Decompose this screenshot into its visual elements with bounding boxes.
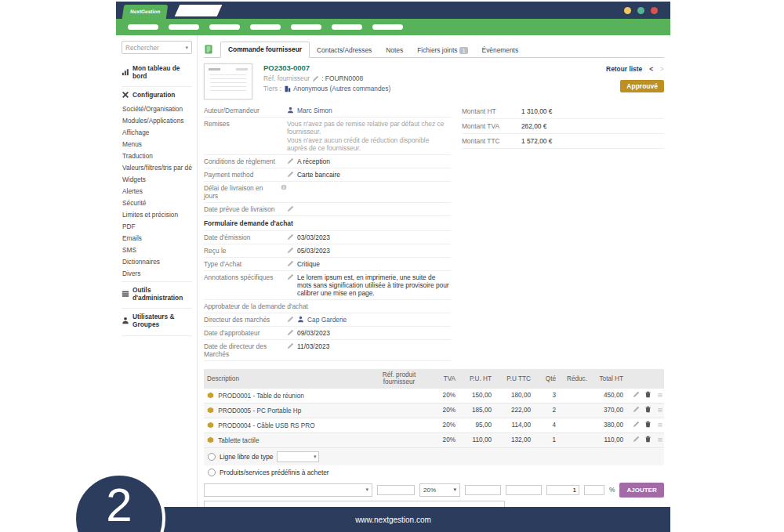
product-link[interactable]: PROD0004 - Câble USB RS PRO <box>218 422 314 429</box>
menu-item-redacted[interactable] <box>332 24 362 30</box>
field-label: Délai de livraison en jours <box>204 184 278 200</box>
tab-label: Notes <box>386 46 403 54</box>
col-description: Description <box>204 369 371 389</box>
edit-pencil-icon[interactable] <box>287 157 294 165</box>
wrench-icon <box>122 91 129 99</box>
predefined-radio[interactable] <box>208 469 216 476</box>
qty-input[interactable] <box>546 485 579 495</box>
cell-pu-ttc: 132,00 <box>495 432 534 447</box>
payment-terms-value: A réception <box>297 157 330 165</box>
sidebar-item[interactable]: Sécurité <box>122 197 192 208</box>
search-placeholder: Rechercher <box>125 44 159 52</box>
drag-handle-icon[interactable] <box>657 436 663 443</box>
main-panel: Commande fournisseur Contacts/Adresses N… <box>198 35 670 507</box>
sidebar-item[interactable]: Dictionnaires <box>122 255 192 267</box>
menu-item-redacted[interactable] <box>169 24 199 30</box>
pu-ttc-input[interactable] <box>506 485 542 495</box>
edit-pencil-icon[interactable] <box>287 171 294 178</box>
tab-commande-fournisseur[interactable]: Commande fournisseur <box>220 42 310 58</box>
free-line-radio[interactable] <box>208 453 216 461</box>
sidebar-item[interactable]: Traduction <box>122 150 192 161</box>
trash-icon[interactable] <box>644 421 652 428</box>
sidebar-item[interactable]: Affichage <box>122 126 192 138</box>
edit-pencil-icon[interactable] <box>287 260 294 267</box>
edit-pencil-icon[interactable] <box>287 316 294 323</box>
edit-pencil-icon[interactable] <box>633 391 640 398</box>
edit-pencil-icon[interactable] <box>287 329 294 336</box>
document-thumbnail[interactable] <box>204 63 252 100</box>
edit-pencil-icon[interactable] <box>287 247 294 254</box>
supplier-ref-input[interactable] <box>377 485 415 495</box>
prev-record-icon[interactable]: < <box>649 65 653 73</box>
sidebar-item[interactable]: Emails <box>122 232 192 244</box>
col-pu-ht: P.U. HT <box>459 369 495 389</box>
sidebar-item[interactable]: Modules/Applications <box>122 114 192 126</box>
drag-handle-icon[interactable] <box>657 407 663 413</box>
trash-icon[interactable] <box>644 391 652 398</box>
edit-pencil-icon[interactable] <box>633 406 640 413</box>
supplier-ref-label: Réf. fournisseur <box>263 74 310 82</box>
amount-row: Montant TVA 262,00 € <box>462 119 664 134</box>
director-link[interactable]: Cap Garderie <box>307 316 347 324</box>
product-link[interactable]: PROD0005 - PC Portable Hp <box>218 407 301 414</box>
sidebar-item-admin-tools[interactable]: Outils d'administration <box>122 281 192 306</box>
product-link[interactable]: PROD0001 - Table de réunion <box>218 393 304 400</box>
sidebar-item[interactable]: Alertes <box>122 185 192 197</box>
sidebar-item[interactable]: Limites et précision <box>122 208 192 220</box>
field-label: Payment method <box>204 171 287 179</box>
next-record-icon[interactable]: > <box>660 65 664 73</box>
tab-evenements[interactable]: Évènements <box>475 43 526 58</box>
sidebar-item[interactable]: Valeurs/filtres/tris par déf... <box>122 161 192 173</box>
tab-contacts-adresses[interactable]: Contacts/Adresses <box>310 43 379 58</box>
tab-notes[interactable]: Notes <box>379 43 410 58</box>
edit-pencil-icon[interactable] <box>633 421 640 428</box>
sidebar-item-dashboard[interactable]: Mon tableau de bord <box>122 60 192 84</box>
sidebar-item[interactable]: Widgets <box>122 173 192 185</box>
pu-ht-input[interactable] <box>465 485 501 495</box>
director-date-value: 11/03/2023 <box>297 342 329 350</box>
drag-handle-icon[interactable] <box>657 422 663 428</box>
tiers-link[interactable]: Anonymous (Autres commandes) <box>293 85 390 92</box>
trash-icon[interactable] <box>644 406 652 413</box>
trash-icon[interactable] <box>644 436 652 443</box>
edit-pencil-icon[interactable] <box>287 342 294 349</box>
product-link[interactable]: Tablette tactile <box>218 437 259 444</box>
dot-red-icon[interactable] <box>651 7 658 14</box>
vat-select[interactable]: 20%▾ <box>419 483 460 497</box>
sidebar-item[interactable]: Divers <box>122 267 192 279</box>
add-line-button[interactable]: AJOUTER <box>619 483 663 498</box>
main-menubar <box>116 19 670 35</box>
back-to-list-link[interactable]: Retour liste <box>606 65 642 73</box>
drag-handle-icon[interactable] <box>657 392 663 398</box>
sidebar-item-users-groups[interactable]: Utilisateurs & Groupes <box>122 308 192 332</box>
menu-item-redacted[interactable] <box>209 24 240 30</box>
sidebar-item[interactable]: PDF <box>122 220 192 232</box>
edit-pencil-icon[interactable] <box>287 233 294 241</box>
discount-input[interactable] <box>584 485 604 495</box>
author-link[interactable]: Marc Simon <box>297 107 332 114</box>
sidebar-item[interactable]: Menus <box>122 138 192 150</box>
tab-fichiers-joints[interactable]: Fichiers joints1 <box>410 43 474 58</box>
edit-pencil-icon[interactable] <box>287 273 294 280</box>
edit-pencil-icon[interactable] <box>312 75 319 82</box>
remises-note-2: Vous n'avez aucun crédit de réduction di… <box>287 136 451 152</box>
edit-pencil-icon[interactable] <box>287 205 294 212</box>
amount-label: Montant TTC <box>462 137 521 145</box>
cell-discount <box>559 418 590 432</box>
sidebar-item[interactable]: Société/Organisation <box>122 103 192 114</box>
status-badge: Approuvé <box>620 80 664 92</box>
free-line-type-select[interactable] <box>277 451 319 462</box>
search-input[interactable]: Rechercher ▾ <box>122 41 192 54</box>
dot-green-icon[interactable] <box>637 7 644 14</box>
menu-item-redacted[interactable] <box>250 24 281 30</box>
cell-qty: 4 <box>534 418 559 432</box>
sidebar-item-configuration[interactable]: Configuration <box>122 86 192 103</box>
menu-item-redacted[interactable] <box>128 24 158 30</box>
product-select[interactable] <box>204 483 372 497</box>
tab-label: Contacts/Adresses <box>317 46 372 54</box>
dot-yellow-icon[interactable] <box>624 7 631 14</box>
menu-item-redacted[interactable] <box>291 24 321 30</box>
edit-pencil-icon[interactable] <box>633 436 640 443</box>
menu-item-redacted[interactable] <box>372 24 403 30</box>
sidebar-item[interactable]: SMS <box>122 244 192 255</box>
